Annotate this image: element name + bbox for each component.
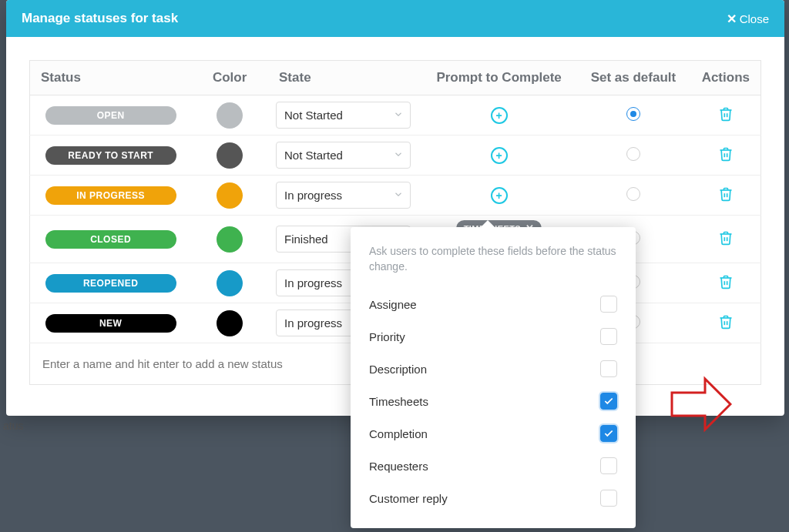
check-icon: [603, 396, 614, 407]
popover-field-label: Timesheets: [369, 395, 428, 408]
color-swatch[interactable]: [217, 102, 243, 129]
table-row: READY TO STARTNot Started+: [30, 136, 761, 176]
delete-button[interactable]: [718, 146, 734, 162]
popover-field-label: Requesters: [369, 460, 428, 473]
trash-icon: [718, 146, 734, 162]
popover-field-label: Description: [369, 363, 427, 376]
chevron-down-icon: [393, 189, 404, 202]
state-select-label: In progress: [284, 316, 342, 330]
state-select[interactable]: Not Started: [276, 102, 411, 129]
popover-field-checkbox[interactable]: [600, 328, 617, 345]
popover-field-label: Assignee: [369, 298, 417, 311]
popover-field-checkbox[interactable]: [600, 457, 617, 474]
chevron-down-icon: [393, 149, 404, 162]
col-header-default: Set as default: [576, 61, 690, 95]
close-button[interactable]: ✕ Close: [727, 12, 769, 26]
trash-icon: [718, 314, 734, 330]
popover-field-label: Customer reply: [369, 492, 448, 505]
trash-icon: [718, 274, 734, 289]
color-swatch[interactable]: [217, 270, 243, 296]
state-select-label: Not Started: [284, 149, 343, 162]
table-row: IN PROGRESSIn progress+: [30, 176, 761, 216]
color-swatch[interactable]: [217, 310, 243, 336]
status-pill[interactable]: NEW: [45, 314, 176, 333]
col-header-status: Status: [30, 61, 192, 95]
default-radio[interactable]: [626, 107, 640, 121]
trash-icon: [718, 186, 734, 202]
popover-field-row: Customer reply: [369, 482, 617, 514]
popover-field-label: Priority: [369, 330, 405, 343]
status-pill[interactable]: IN PROGRESS: [45, 186, 176, 205]
state-select-label: Finished: [284, 233, 328, 246]
check-icon: [603, 428, 614, 439]
background-text-fragment: atus: [0, 420, 23, 432]
state-select-label: Not Started: [284, 109, 343, 122]
delete-button[interactable]: [718, 186, 734, 202]
popover-field-checkbox[interactable]: [600, 393, 617, 410]
close-label: Close: [740, 12, 769, 25]
color-swatch[interactable]: [217, 182, 243, 209]
col-header-color: Color: [191, 61, 268, 95]
add-prompt-button[interactable]: +: [491, 147, 508, 164]
table-row: OPENNot Started+: [30, 95, 761, 136]
popover-field-checkbox[interactable]: [600, 490, 617, 507]
status-pill[interactable]: REOPENED: [45, 274, 176, 293]
popover-field-checkbox[interactable]: [600, 296, 617, 313]
popover-field-row: Priority: [369, 320, 617, 353]
modal-title: Manage statuses for task: [22, 11, 178, 26]
col-header-prompt: Prompt to Complete: [422, 61, 576, 95]
delete-button[interactable]: [718, 274, 734, 289]
popover-field-checkbox[interactable]: [600, 425, 617, 442]
delete-button[interactable]: [718, 106, 734, 122]
status-pill[interactable]: CLOSED: [45, 230, 176, 249]
popover-field-row: Requesters: [369, 450, 617, 482]
delete-button[interactable]: [718, 314, 734, 330]
col-header-state: State: [268, 61, 422, 95]
col-header-actions: Actions: [691, 61, 761, 95]
status-pill[interactable]: OPEN: [45, 106, 176, 125]
trash-icon: [718, 106, 734, 122]
popover-field-row: Assignee: [369, 288, 617, 320]
state-select[interactable]: In progress: [276, 182, 411, 209]
annotation-arrow: [663, 370, 732, 442]
close-icon: ✕: [727, 12, 737, 26]
default-radio[interactable]: [626, 187, 640, 201]
add-prompt-button[interactable]: +: [491, 107, 508, 124]
color-swatch[interactable]: [217, 142, 243, 169]
state-select-label: In progress: [284, 189, 342, 202]
chevron-down-icon: [393, 109, 404, 122]
add-prompt-button[interactable]: +: [491, 187, 508, 204]
popover-field-row: Description: [369, 353, 617, 385]
popover-field-label: Completion: [369, 427, 428, 440]
trash-icon: [718, 230, 734, 246]
status-pill[interactable]: READY TO START: [45, 146, 176, 165]
modal-header: Manage statuses for task ✕ Close: [6, 0, 784, 37]
popover-field-row: Completion: [369, 417, 617, 450]
prompt-to-complete-popover: Ask users to complete these fields befor…: [351, 227, 636, 528]
state-select-label: In progress: [284, 276, 342, 289]
state-select[interactable]: Not Started: [276, 142, 411, 169]
color-swatch[interactable]: [217, 226, 243, 253]
popover-title: Ask users to complete these fields befor…: [369, 244, 617, 274]
popover-field-row: Timesheets: [369, 385, 617, 417]
delete-button[interactable]: [718, 230, 734, 246]
popover-field-checkbox[interactable]: [600, 360, 617, 377]
default-radio[interactable]: [626, 147, 640, 161]
